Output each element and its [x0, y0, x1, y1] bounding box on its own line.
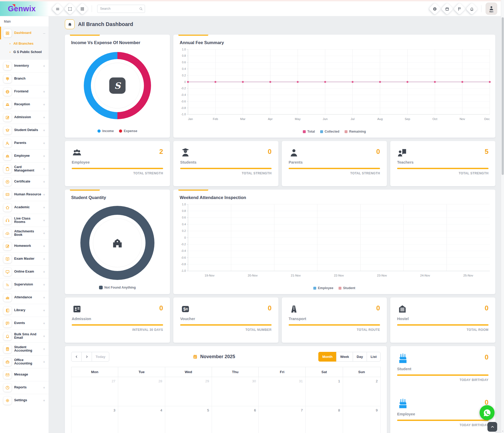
scroll-to-top-button[interactable]	[487, 422, 497, 432]
sidebar-item-exam-master[interactable]: Exam Master+	[0, 252, 49, 265]
calendar-day-cell[interactable]: 5	[165, 406, 212, 433]
sidebar-item-label: Supervision	[14, 283, 42, 286]
calendar-day-cell[interactable]: 28	[118, 377, 165, 406]
monitor-sync-icon	[5, 192, 10, 197]
sidebar-item-label: Reports	[14, 386, 42, 389]
search-input[interactable]	[97, 5, 145, 13]
calendar-next-button[interactable]	[81, 352, 92, 362]
svg-text:-1.0: -1.0	[181, 113, 186, 116]
plus-icon: +	[43, 180, 45, 184]
sidebar-subitem-all-branches[interactable]: All Branches	[0, 39, 49, 48]
sidebar-item-card-management[interactable]: Card Management+	[0, 162, 49, 175]
weekend-attendance-chart[interactable]: 1.00.80.60.40.20-0.2-0.4-0.6-0.8-1.019-N…	[176, 202, 493, 279]
language-button[interactable]	[429, 3, 441, 15]
scrollbar-thumb[interactable]	[502, 17, 504, 175]
sidebar-item-reports[interactable]: Reports+	[0, 381, 49, 394]
calendar-day-cell[interactable]: 8	[305, 406, 343, 433]
calendar-day-cell[interactable]: 7	[259, 406, 305, 433]
legend-swatch	[119, 129, 122, 133]
income-expense-legend: IncomeExpense	[65, 125, 170, 138]
calendar-view-month[interactable]: Month	[318, 352, 336, 362]
calendar-day-cell[interactable]: 27	[71, 377, 118, 406]
student-quantity-donut-chart[interactable]	[80, 206, 154, 280]
scrollbar-down-arrow-icon[interactable]	[502, 430, 504, 432]
genwix-logo[interactable]: Genwix	[8, 5, 36, 13]
calendar-day-cell[interactable]: 1	[305, 377, 343, 406]
sidebar-item-academic[interactable]: Academic+	[0, 201, 49, 214]
plus-icon: +	[43, 308, 45, 312]
sidebar-item-inventory[interactable]: Inventory+	[0, 59, 49, 72]
annual-fee-summary-card: Annual Fee Summary 1.00.80.60.40.20-0.2-…	[173, 35, 495, 138]
id-card-icon	[72, 304, 82, 314]
sidebar-item-reception[interactable]: Reception+	[0, 98, 49, 111]
income-expense-donut-chart[interactable]: S	[84, 52, 151, 119]
svg-text:Feb: Feb	[213, 117, 218, 121]
calendar-view-week[interactable]: Week	[336, 352, 353, 362]
employees-icon	[72, 147, 82, 158]
sidebar-item-certificate[interactable]: Certificate+	[0, 175, 49, 188]
fullscreen-button[interactable]	[64, 3, 76, 15]
mail-icon	[5, 373, 10, 377]
sidebar-item-frontend[interactable]: Frontend+	[0, 85, 49, 98]
menu-button[interactable]	[51, 3, 64, 15]
sidebar-item-events[interactable]: Events+	[0, 317, 49, 330]
search-icon[interactable]	[139, 7, 143, 11]
vertical-scrollbar[interactable]	[501, 0, 504, 433]
sidebar-item-parents[interactable]: Parents+	[0, 137, 49, 149]
calendar-day-cell[interactable]: 9	[343, 406, 380, 433]
calendar-day-header: Sat	[305, 367, 343, 377]
notifications-button[interactable]	[466, 3, 478, 15]
sidebar-item-attendance[interactable]: Attendance+	[0, 291, 49, 304]
sidebar-subitem-g-s-public-school[interactable]: G S Public School	[0, 48, 49, 56]
calendar-prev-button[interactable]	[71, 352, 82, 362]
sidebar-icon-box	[3, 62, 12, 70]
calendar-day-cell[interactable]: 4	[118, 406, 165, 433]
calendar-day-cell[interactable]: 29	[165, 377, 212, 406]
sidebar-item-bulk-sms-and-email[interactable]: Bulk Sms And Email+	[0, 330, 49, 342]
sidebar-item-settings[interactable]: Settings+	[0, 394, 49, 407]
sidebar-item-student-accounting[interactable]: Student Accounting+	[0, 342, 49, 355]
svg-text:Oct: Oct	[433, 117, 438, 121]
sidebar-item-branch[interactable]: Branch	[0, 72, 49, 85]
calendar-button[interactable]	[441, 3, 453, 15]
stat-value: 0	[485, 304, 489, 313]
svg-text:Dec: Dec	[484, 117, 490, 121]
sidebar-item-admission[interactable]: Admission+	[0, 111, 49, 124]
globe-icon	[433, 7, 437, 11]
calendar-day-cell[interactable]: 31	[259, 377, 305, 406]
sidebar-item-supervision[interactable]: Supervision+	[0, 278, 49, 291]
calendar-view-day[interactable]: Day	[353, 352, 367, 362]
report-flag-button[interactable]	[453, 3, 466, 15]
calendar-icon	[193, 354, 198, 359]
sidebar-item-student-details[interactable]: Student Details+	[0, 124, 49, 137]
sidebar-item-human-resource[interactable]: Human Resource+	[0, 188, 49, 201]
calendar-day-cell[interactable]: 3	[71, 406, 118, 433]
calendar-today-button[interactable]: Today	[92, 352, 109, 362]
sidebar-item-office-accounting[interactable]: Office Accounting+	[0, 355, 49, 368]
sidebar-item-live-class-rooms[interactable]: Live Class Rooms+	[0, 214, 49, 227]
calendar-view-list[interactable]: List	[367, 352, 381, 362]
home-button[interactable]	[65, 19, 75, 29]
sidebar-subitem-label: G S Public School	[13, 50, 42, 54]
sidebar-item-dashboard[interactable]: Dashboard–	[0, 27, 49, 39]
legend-item: Total	[303, 130, 315, 133]
stat-label: Parents	[289, 160, 380, 164]
sidebar-item-employee[interactable]: Employee+	[0, 149, 49, 162]
income-expense-card: Income Vs Expense Of November S IncomeEx…	[65, 35, 170, 138]
calendar-day-cell[interactable]: 30	[212, 377, 259, 406]
sidebar-item-online-exam[interactable]: Online Exam+	[0, 265, 49, 278]
sidebar-item-homework[interactable]: Homework+	[0, 239, 49, 252]
profile-avatar-button[interactable]: Main	[486, 3, 497, 15]
calendar-day-cell[interactable]: 6	[212, 406, 259, 433]
calendar-day-cell[interactable]: 2	[343, 377, 380, 406]
sidebar-item-label: Branch	[14, 77, 45, 80]
whatsapp-button[interactable]	[480, 405, 495, 420]
apps-button[interactable]	[76, 3, 89, 15]
legend-item: Employee	[313, 286, 333, 290]
sidebar-item-message[interactable]: Message	[0, 368, 49, 381]
chevron-left-icon	[75, 355, 78, 358]
annual-fee-summary-chart[interactable]: 1.00.80.60.40.20-0.2-0.4-0.6-0.8-1.0JanF…	[176, 47, 493, 122]
briefcase-icon	[5, 360, 10, 364]
sidebar-item-attachments-book[interactable]: Attachments Book+	[0, 227, 49, 239]
sidebar-item-library[interactable]: Library+	[0, 304, 49, 317]
